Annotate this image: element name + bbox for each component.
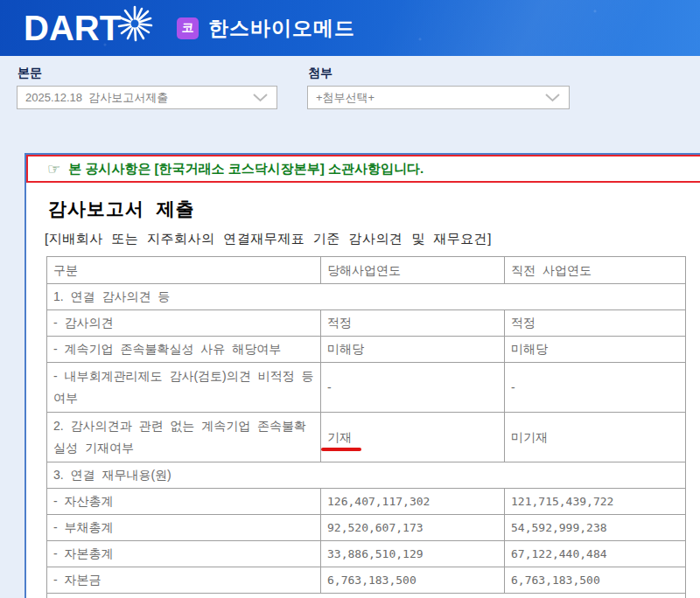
- table-row: 2. 감사의견과 관련 없는 계속기업 존속불확실성 기재여부기재미기재: [47, 413, 686, 462]
- table-row: - 내부회계관리제도 감사(검토)의견 비적정 등 여부--: [47, 363, 686, 413]
- current-year-value: 92,520,607,173: [321, 515, 505, 541]
- row-label: - 자본총계: [47, 541, 321, 567]
- table-row: - 계속기업 존속불확실성 사유 해당여부미해당미해당: [47, 337, 686, 363]
- attachment-select[interactable]: +첨부선택+: [307, 86, 570, 109]
- red-underlined-value: 기재: [327, 427, 352, 448]
- dart-logo-text: DART: [24, 10, 121, 45]
- current-year-value: 33,886,510,129: [321, 541, 505, 567]
- table-row: - 부채총계92,520,607,17354,592,999,238: [47, 515, 686, 541]
- section-row-label: 4. 연결 손익내용(원): [47, 594, 686, 598]
- prior-year-value: 121,715,439,722: [505, 489, 686, 515]
- row-label: - 계속기업 존속불확실성 사유 해당여부: [47, 337, 321, 363]
- column-header-category: 구분: [47, 257, 321, 284]
- jurisdiction-notice-text: 본 공시사항은 [한국거래소 코스닥시장본부] 소관사항입니다.: [68, 161, 424, 177]
- current-year-value: 126,407,117,302: [321, 489, 505, 515]
- row-label: 2. 감사의견과 관련 없는 계속기업 존속불확실성 기재여부: [47, 413, 321, 462]
- prior-year-value: 6,763,183,500: [505, 567, 686, 594]
- section-row-label: 1. 연결 감사의견 등: [47, 284, 686, 310]
- report-title: 감사보고서 제출: [48, 198, 700, 219]
- row-label: - 자본금: [47, 567, 321, 594]
- row-label: - 내부회계관리제도 감사(검토)의견 비적정 등 여부: [47, 363, 321, 413]
- prior-year-value: 미기재: [505, 413, 686, 462]
- filter-band: 본문 2025.12.18 감사보고서제출 첨부 +첨부선택+: [0, 56, 700, 153]
- document-viewer: ☞ 본 공시사항은 [한국거래소 코스닥시장본부] 소관사항입니다. 감사보고서…: [24, 153, 700, 598]
- dart-pinwheel-icon: [115, 3, 155, 44]
- document-select-label: 본문: [18, 66, 277, 81]
- attachment-select-value: +첨부선택+: [316, 90, 374, 106]
- chevron-down-icon: [252, 93, 269, 102]
- prior-year-value: 미해당: [505, 337, 686, 363]
- column-header-current-year: 당해사업연도: [321, 257, 505, 284]
- section-row-label: 3. 연결 재무내용(원): [47, 462, 686, 489]
- row-label: - 감사의견: [47, 310, 321, 337]
- prior-year-value: 67,122,440,484: [505, 541, 686, 567]
- current-year-value: -: [321, 363, 505, 413]
- pointing-hand-icon: ☞: [47, 160, 60, 178]
- attachment-select-label: 첨부: [308, 66, 570, 81]
- audit-report-table: 구분 당해사업연도 직전 사업연도 1. 연결 감사의견 등- 감사의견적정적정…: [46, 256, 686, 598]
- current-year-value: 적정: [321, 310, 505, 337]
- document-select-group: 본문 2025.12.18 감사보고서제출: [17, 66, 277, 109]
- document-select[interactable]: 2025.12.18 감사보고서제출: [17, 86, 277, 109]
- row-label: - 부채총계: [47, 515, 321, 541]
- table-row: 3. 연결 재무내용(원): [47, 462, 686, 489]
- prior-year-value: 54,592,999,238: [505, 515, 686, 541]
- table-row: 4. 연결 손익내용(원): [47, 594, 686, 598]
- prior-year-value: -: [505, 363, 686, 413]
- column-header-prior-year: 직전 사업연도: [505, 257, 686, 284]
- table-header-row: 구분 당해사업연도 직전 사업연도: [47, 257, 686, 284]
- table-row: - 자본총계33,886,510,12967,122,440,484: [47, 541, 686, 567]
- current-year-value: 미해당: [321, 337, 505, 363]
- company-name: 한스바이오메드: [208, 15, 355, 42]
- prior-year-value: 적정: [505, 310, 686, 337]
- table-row: - 자산총계126,407,117,302121,715,439,722: [47, 489, 686, 515]
- dart-logo[interactable]: DART: [24, 10, 155, 45]
- chevron-down-icon: [544, 93, 561, 102]
- current-year-value: 6,763,183,500: [321, 567, 505, 594]
- market-badge-kosdaq: 코: [177, 17, 199, 39]
- table-row: 1. 연결 감사의견 등: [47, 284, 686, 310]
- jurisdiction-notice: ☞ 본 공시사항은 [한국거래소 코스닥시장본부] 소관사항입니다.: [26, 155, 700, 183]
- table-row: - 자본금6,763,183,5006,763,183,500: [47, 567, 686, 594]
- top-header: DART 코 한스바이오메드: [0, 0, 700, 56]
- report-subtitle: [지배회사 또는 지주회사의 연결재무제표 기준 감사의견 및 재무요건]: [45, 231, 700, 247]
- row-label: - 자산총계: [47, 489, 321, 515]
- current-year-value: 기재: [321, 413, 505, 462]
- table-row: - 감사의견적정적정: [47, 310, 686, 337]
- document-select-value: 2025.12.18 감사보고서제출: [25, 90, 168, 106]
- attachment-select-group: 첨부 +첨부선택+: [307, 66, 570, 109]
